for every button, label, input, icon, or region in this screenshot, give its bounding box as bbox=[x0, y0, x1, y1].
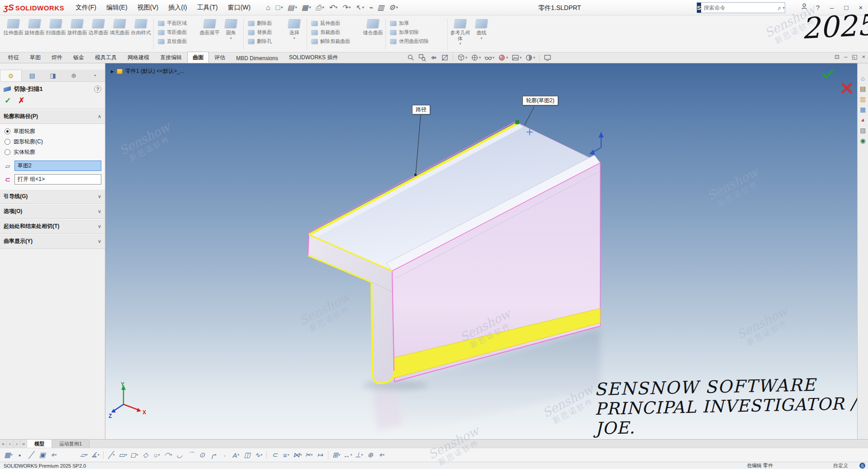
ruled-surface-button[interactable]: 直纹曲面 bbox=[156, 38, 199, 45]
ellipse-icon[interactable]: ⊙ bbox=[196, 451, 208, 459]
filter-vertices-icon[interactable]: ▪ bbox=[14, 451, 25, 459]
save-button[interactable]: ▦▾ bbox=[299, 2, 313, 13]
tab-featuremanager[interactable]: ▤ bbox=[22, 70, 43, 81]
radio-sketch-profile[interactable]: 草图轮廓 bbox=[3, 126, 102, 137]
zoom-area-icon[interactable] bbox=[417, 53, 427, 62]
display-style-icon[interactable]: ▾ bbox=[470, 53, 482, 62]
tab-evaluate[interactable]: 评估 bbox=[209, 52, 231, 63]
tab-scroll-next-icon[interactable]: › bbox=[14, 440, 20, 448]
convert-entities-icon[interactable]: ⊂ bbox=[269, 451, 280, 459]
sweep-surface-button[interactable]: 扫描曲面 bbox=[45, 17, 66, 52]
loft-surface-button[interactable]: 放样曲面 bbox=[66, 17, 88, 52]
tab-scroll-first-icon[interactable]: « bbox=[0, 440, 7, 448]
thickened-cut-button[interactable]: 加厚切除 bbox=[388, 29, 446, 36]
trim-entities-icon[interactable]: ✂▾ bbox=[303, 451, 314, 459]
appearances-icon[interactable]: ◕ bbox=[861, 117, 864, 123]
display-relations-icon[interactable]: ⊥▾ bbox=[353, 451, 365, 459]
radio-solid-profile[interactable]: 实体轮廓 bbox=[3, 147, 102, 157]
panel-help-icon[interactable]: ? bbox=[94, 85, 101, 93]
menu-file[interactable]: 文件(F) bbox=[71, 0, 101, 15]
zoom-fit-icon[interactable] bbox=[406, 53, 416, 62]
point-icon[interactable]: · bbox=[219, 451, 230, 459]
section-start-end-tangency[interactable]: 起始处和结束处相切(T) ∨ bbox=[0, 219, 105, 234]
tab-scroll-prev-icon[interactable]: ‹ bbox=[7, 440, 14, 448]
path-selection-field[interactable]: 打开 组<1> bbox=[14, 174, 101, 185]
radio-circular-profile[interactable]: 圆形轮廓(C) bbox=[3, 137, 102, 147]
search-input[interactable] bbox=[701, 5, 777, 11]
menu-view[interactable]: 视图(V) bbox=[133, 0, 164, 15]
panel-cancel-button[interactable]: ✗ bbox=[18, 96, 24, 105]
linear-pattern-icon[interactable]: ⊞▾ bbox=[331, 451, 342, 459]
sheet-button[interactable]: ▥ bbox=[375, 2, 386, 13]
graphics-area[interactable]: ▶ 零件1 (默认) <<默认>_... 路径 轮廓(草图2) Y X bbox=[105, 63, 857, 439]
design-library-icon[interactable]: ▤ bbox=[860, 85, 866, 92]
untrim-surface-button[interactable]: 解除剪裁曲面 bbox=[309, 38, 362, 45]
section-curvature-display[interactable]: 曲率显示(Y) ∨ bbox=[0, 234, 105, 249]
section-guide-curves[interactable]: 引导线(G) ∨ bbox=[0, 189, 105, 204]
tab-mesh-modeling[interactable]: 网格建模 bbox=[122, 52, 155, 63]
delete-face-button[interactable]: 删除面 bbox=[246, 20, 284, 27]
offset-surface-button[interactable]: 等距曲面 bbox=[156, 29, 199, 36]
boundary-surface-button[interactable]: 边界曲面 bbox=[88, 17, 109, 52]
search-caret-icon[interactable]: ▾ bbox=[783, 6, 785, 10]
confirm-cancel-button[interactable] bbox=[840, 81, 854, 96]
tab-solidworks-addins[interactable]: SOLIDWORKS 插件 bbox=[284, 52, 344, 63]
polygon-icon[interactable]: ◇ bbox=[140, 451, 151, 459]
fillet-button[interactable]: 圆角▾ bbox=[220, 17, 242, 52]
search-icon[interactable]: ⌕ bbox=[777, 4, 783, 12]
print-button[interactable]: ⎙▾ bbox=[313, 3, 327, 13]
offset-entities-icon[interactable]: ≡▾ bbox=[280, 451, 292, 459]
rectangle-icon[interactable]: ▭▾ bbox=[117, 451, 128, 459]
doc-minimize-icon[interactable]: – bbox=[844, 53, 847, 60]
extrude-surface-button[interactable]: 拉伸曲面 bbox=[3, 17, 24, 52]
redo-button[interactable]: ↷▾ bbox=[340, 2, 353, 13]
magnified-selection-icon[interactable]: ⌖▾ bbox=[48, 451, 59, 459]
view-settings-icon[interactable]: ▾ bbox=[524, 53, 536, 62]
breadcrumb[interactable]: ▶ 零件1 (默认) <<默认>_... bbox=[111, 67, 185, 75]
forum-icon[interactable]: ◉ bbox=[860, 137, 865, 144]
select-tool-button[interactable]: 选择▾ bbox=[284, 17, 305, 52]
reference-geometry-button[interactable]: 参考几何体▾ bbox=[450, 17, 471, 52]
section-options[interactable]: 选项(O) ∨ bbox=[0, 204, 105, 219]
doc-close-icon[interactable]: × bbox=[862, 53, 865, 60]
section-view-icon[interactable] bbox=[440, 53, 450, 62]
plane-icon[interactable]: ◫ bbox=[242, 451, 253, 459]
open-document-button[interactable]: ▤▾ bbox=[285, 2, 299, 13]
apply-scene-icon[interactable]: ▾ bbox=[511, 53, 522, 62]
extend-surface-button[interactable]: 延伸曲面 bbox=[309, 20, 362, 27]
repair-sketch-icon[interactable]: ⊕ bbox=[365, 451, 376, 459]
edit-appearance-icon[interactable]: ▾ bbox=[497, 53, 509, 62]
doc-restore-icon[interactable]: ◱ bbox=[852, 53, 857, 60]
thicken-button[interactable]: 加厚 bbox=[388, 20, 446, 27]
select-button[interactable]: ↖▾ bbox=[353, 2, 366, 13]
panel-ok-button[interactable]: ✓ bbox=[5, 96, 11, 105]
tab-direct-editing[interactable]: 直接编辑 bbox=[155, 52, 187, 63]
tab-sketch[interactable]: 草图 bbox=[24, 52, 46, 63]
tab-mbd-dimensions[interactable]: MBD Dimensions bbox=[231, 53, 284, 63]
move-entities-icon[interactable]: ↔▾ bbox=[342, 451, 353, 459]
tab-scroll-last-icon[interactable]: » bbox=[20, 440, 27, 448]
custom-properties-icon[interactable]: ▧ bbox=[860, 127, 866, 133]
tangent-arc-icon[interactable]: ◡ bbox=[174, 451, 185, 459]
home-icon[interactable]: ⌂ bbox=[861, 75, 864, 81]
three-point-arc-icon[interactable]: ⌒ bbox=[185, 451, 196, 460]
trim-surface-button[interactable]: 剪裁曲面 bbox=[309, 29, 362, 36]
tab-sheet-metal[interactable]: 钣金 bbox=[68, 52, 90, 63]
circle-icon[interactable]: ○▾ bbox=[151, 451, 162, 459]
freeform-button[interactable]: 自由样式 bbox=[130, 17, 152, 52]
selection-filter-icon[interactable]: ▦▾ bbox=[3, 451, 14, 459]
section-profile-path[interactable]: 轮廓和路径(P) ∧ bbox=[0, 109, 105, 124]
single-view-icon[interactable] bbox=[543, 53, 552, 62]
quick-snaps-icon[interactable]: ⌖▾ bbox=[376, 451, 387, 459]
menu-insert[interactable]: 插入(I) bbox=[163, 0, 192, 15]
slot-icon[interactable]: ◻▾ bbox=[128, 451, 140, 459]
new-document-button[interactable]: □▾ bbox=[274, 3, 285, 13]
mirror-entities-icon[interactable]: ⋈▾ bbox=[292, 451, 303, 459]
replace-face-button[interactable]: 替换面 bbox=[246, 29, 284, 36]
line-icon[interactable]: ╱▾ bbox=[106, 451, 117, 459]
flatten-surface-button[interactable]: 曲面展平 bbox=[199, 17, 220, 52]
hide-show-items-icon[interactable]: ▾ bbox=[484, 53, 495, 62]
dock-icon[interactable]: ⊡ bbox=[835, 53, 840, 60]
home-button[interactable]: ⌂ bbox=[264, 3, 274, 13]
delete-hole-button[interactable]: 删除孔 bbox=[246, 38, 284, 45]
